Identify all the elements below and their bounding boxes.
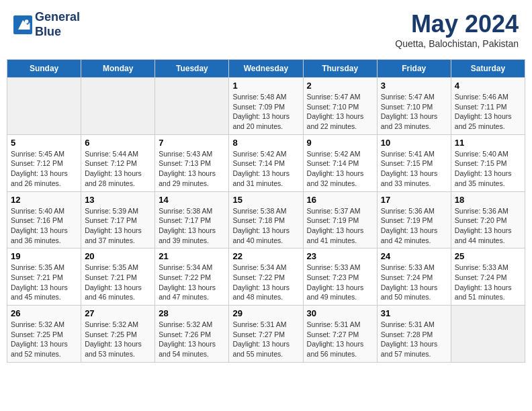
- calendar-cell: 22Sunrise: 5:34 AM Sunset: 7:22 PM Dayli…: [229, 248, 303, 306]
- calendar-cell: 18Sunrise: 5:36 AM Sunset: 7:20 PM Dayli…: [451, 191, 525, 248]
- day-number: 1: [232, 81, 299, 91]
- calendar-cell: 23Sunrise: 5:33 AM Sunset: 7:23 PM Dayli…: [303, 248, 377, 306]
- day-number: 26: [11, 308, 77, 318]
- day-info: Sunrise: 5:36 AM Sunset: 7:19 PM Dayligh…: [381, 206, 447, 246]
- day-number: 13: [85, 195, 151, 205]
- day-number: 29: [232, 308, 299, 318]
- calendar-cell: [81, 78, 155, 135]
- logo-line1: General: [35, 10, 80, 25]
- day-number: 20: [85, 251, 151, 261]
- day-info: Sunrise: 5:36 AM Sunset: 7:20 PM Dayligh…: [455, 206, 521, 246]
- day-of-week-header: Tuesday: [155, 60, 229, 78]
- calendar-cell: 24Sunrise: 5:33 AM Sunset: 7:24 PM Dayli…: [377, 248, 451, 306]
- day-number: 28: [159, 308, 225, 318]
- page-header: General Blue May 2024 Quetta, Balochista…: [7, 7, 525, 52]
- day-info: Sunrise: 5:45 AM Sunset: 7:12 PM Dayligh…: [11, 149, 77, 189]
- day-number: 22: [232, 251, 299, 261]
- calendar-cell: 31Sunrise: 5:31 AM Sunset: 7:28 PM Dayli…: [377, 306, 451, 363]
- day-info: Sunrise: 5:47 AM Sunset: 7:10 PM Dayligh…: [381, 92, 447, 132]
- day-of-week-header: Thursday: [303, 60, 377, 78]
- calendar-table: SundayMondayTuesdayWednesdayThursdayFrid…: [7, 59, 525, 363]
- day-number: 7: [159, 138, 225, 148]
- day-number: 9: [307, 138, 373, 148]
- calendar-cell: 17Sunrise: 5:36 AM Sunset: 7:19 PM Dayli…: [377, 191, 451, 248]
- day-of-week-header: Wednesday: [229, 60, 303, 78]
- day-info: Sunrise: 5:31 AM Sunset: 7:27 PM Dayligh…: [232, 320, 299, 359]
- day-number: 23: [307, 251, 373, 261]
- calendar-cell: 30Sunrise: 5:31 AM Sunset: 7:27 PM Dayli…: [303, 306, 377, 363]
- calendar-cell: 8Sunrise: 5:42 AM Sunset: 7:14 PM Daylig…: [229, 134, 303, 191]
- calendar-cell: 5Sunrise: 5:45 AM Sunset: 7:12 PM Daylig…: [7, 134, 81, 191]
- day-number: 2: [307, 81, 373, 91]
- calendar-week-row: 12Sunrise: 5:40 AM Sunset: 7:16 PM Dayli…: [7, 191, 525, 248]
- calendar-cell: 25Sunrise: 5:33 AM Sunset: 7:24 PM Dayli…: [451, 248, 525, 306]
- day-of-week-header: Friday: [377, 60, 451, 78]
- day-number: 8: [232, 138, 299, 148]
- svg-point-2: [25, 19, 29, 24]
- calendar-cell: 11Sunrise: 5:40 AM Sunset: 7:15 PM Dayli…: [451, 134, 525, 191]
- calendar-cell: 1Sunrise: 5:48 AM Sunset: 7:09 PM Daylig…: [229, 78, 303, 135]
- day-number: 16: [307, 195, 373, 205]
- calendar-cell: 3Sunrise: 5:47 AM Sunset: 7:10 PM Daylig…: [377, 78, 451, 135]
- calendar-cell: 4Sunrise: 5:46 AM Sunset: 7:11 PM Daylig…: [451, 78, 525, 135]
- day-info: Sunrise: 5:41 AM Sunset: 7:15 PM Dayligh…: [381, 149, 447, 189]
- day-info: Sunrise: 5:44 AM Sunset: 7:12 PM Dayligh…: [85, 149, 151, 189]
- day-number: 12: [11, 195, 77, 205]
- day-info: Sunrise: 5:48 AM Sunset: 7:09 PM Dayligh…: [232, 92, 299, 132]
- day-number: 30: [307, 308, 373, 318]
- calendar-cell: 15Sunrise: 5:38 AM Sunset: 7:18 PM Dayli…: [229, 191, 303, 248]
- day-info: Sunrise: 5:38 AM Sunset: 7:18 PM Dayligh…: [232, 206, 299, 246]
- calendar-cell: 21Sunrise: 5:34 AM Sunset: 7:22 PM Dayli…: [155, 248, 229, 306]
- logo-line2: Blue: [35, 25, 80, 40]
- calendar-cell: 19Sunrise: 5:35 AM Sunset: 7:21 PM Dayli…: [7, 248, 81, 306]
- day-number: 11: [455, 138, 521, 148]
- day-of-week-header: Monday: [81, 60, 155, 78]
- day-info: Sunrise: 5:47 AM Sunset: 7:10 PM Dayligh…: [307, 92, 373, 132]
- calendar-cell: 6Sunrise: 5:44 AM Sunset: 7:12 PM Daylig…: [81, 134, 155, 191]
- day-number: 14: [159, 195, 225, 205]
- calendar-cell: 14Sunrise: 5:38 AM Sunset: 7:17 PM Dayli…: [155, 191, 229, 248]
- logo: General Blue: [13, 10, 80, 39]
- day-info: Sunrise: 5:42 AM Sunset: 7:14 PM Dayligh…: [307, 149, 373, 189]
- calendar-cell: 26Sunrise: 5:32 AM Sunset: 7:25 PM Dayli…: [7, 306, 81, 363]
- calendar-cell: 16Sunrise: 5:37 AM Sunset: 7:19 PM Dayli…: [303, 191, 377, 248]
- calendar-cell: [451, 306, 525, 363]
- day-info: Sunrise: 5:42 AM Sunset: 7:14 PM Dayligh…: [232, 149, 299, 189]
- day-info: Sunrise: 5:31 AM Sunset: 7:27 PM Dayligh…: [307, 320, 373, 359]
- day-info: Sunrise: 5:40 AM Sunset: 7:15 PM Dayligh…: [455, 149, 521, 189]
- day-number: 5: [11, 138, 77, 148]
- calendar-cell: 27Sunrise: 5:32 AM Sunset: 7:25 PM Dayli…: [81, 306, 155, 363]
- day-info: Sunrise: 5:33 AM Sunset: 7:23 PM Dayligh…: [307, 263, 373, 302]
- calendar-cell: 7Sunrise: 5:43 AM Sunset: 7:13 PM Daylig…: [155, 134, 229, 191]
- month-title: May 2024: [395, 10, 519, 38]
- day-info: Sunrise: 5:32 AM Sunset: 7:26 PM Dayligh…: [159, 320, 225, 359]
- day-number: 25: [455, 251, 521, 261]
- day-number: 24: [381, 251, 447, 261]
- day-of-week-header: Sunday: [7, 60, 81, 78]
- day-info: Sunrise: 5:35 AM Sunset: 7:21 PM Dayligh…: [11, 263, 77, 302]
- day-info: Sunrise: 5:37 AM Sunset: 7:19 PM Dayligh…: [307, 206, 373, 246]
- day-number: 18: [455, 195, 521, 205]
- day-number: 31: [381, 308, 447, 318]
- day-info: Sunrise: 5:34 AM Sunset: 7:22 PM Dayligh…: [232, 263, 299, 302]
- day-info: Sunrise: 5:33 AM Sunset: 7:24 PM Dayligh…: [381, 263, 447, 302]
- day-info: Sunrise: 5:34 AM Sunset: 7:22 PM Dayligh…: [159, 263, 225, 302]
- calendar-cell: 13Sunrise: 5:39 AM Sunset: 7:17 PM Dayli…: [81, 191, 155, 248]
- day-number: 6: [85, 138, 151, 148]
- day-number: 19: [11, 251, 77, 261]
- calendar-cell: [155, 78, 229, 135]
- calendar-week-row: 5Sunrise: 5:45 AM Sunset: 7:12 PM Daylig…: [7, 134, 525, 191]
- calendar-cell: 9Sunrise: 5:42 AM Sunset: 7:14 PM Daylig…: [303, 134, 377, 191]
- day-number: 21: [159, 251, 225, 261]
- calendar-cell: 2Sunrise: 5:47 AM Sunset: 7:10 PM Daylig…: [303, 78, 377, 135]
- day-of-week-header: Saturday: [451, 60, 525, 78]
- day-info: Sunrise: 5:32 AM Sunset: 7:25 PM Dayligh…: [11, 320, 77, 359]
- calendar-cell: 20Sunrise: 5:35 AM Sunset: 7:21 PM Dayli…: [81, 248, 155, 306]
- calendar-cell: 10Sunrise: 5:41 AM Sunset: 7:15 PM Dayli…: [377, 134, 451, 191]
- calendar-header-row: SundayMondayTuesdayWednesdayThursdayFrid…: [7, 60, 525, 78]
- logo-icon: [13, 15, 32, 34]
- calendar-cell: [7, 78, 81, 135]
- day-info: Sunrise: 5:35 AM Sunset: 7:21 PM Dayligh…: [85, 263, 151, 302]
- day-info: Sunrise: 5:38 AM Sunset: 7:17 PM Dayligh…: [159, 206, 225, 246]
- calendar-week-row: 1Sunrise: 5:48 AM Sunset: 7:09 PM Daylig…: [7, 78, 525, 135]
